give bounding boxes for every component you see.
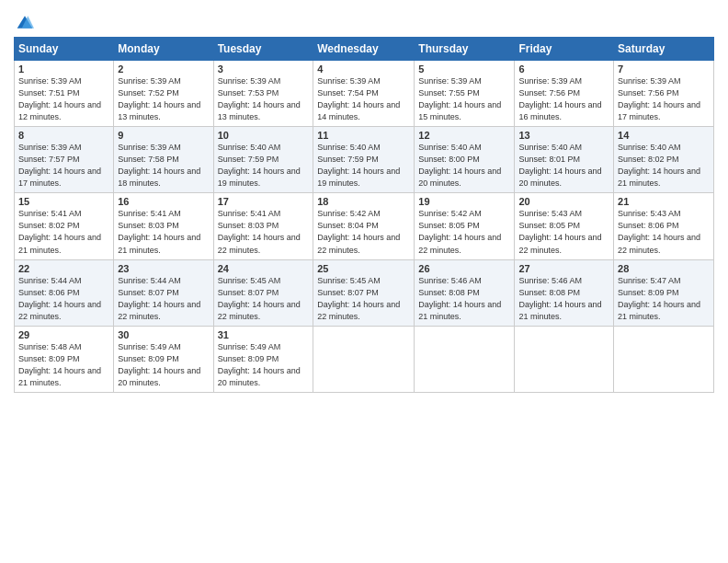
calendar-week-5: 29Sunrise: 5:48 AMSunset: 8:09 PMDayligh… <box>15 326 714 392</box>
day-info: Sunrise: 5:39 AMSunset: 7:58 PMDaylight:… <box>118 142 209 190</box>
header <box>14 9 714 31</box>
day-number: 9 <box>118 130 209 141</box>
day-number: 28 <box>618 263 710 274</box>
day-number: 31 <box>218 329 310 340</box>
calendar-cell: 23Sunrise: 5:44 AMSunset: 8:07 PMDayligh… <box>114 259 213 326</box>
calendar-cell: 24Sunrise: 5:45 AMSunset: 8:07 PMDayligh… <box>213 259 313 326</box>
day-info: Sunrise: 5:48 AMSunset: 8:09 PMDaylight:… <box>18 341 109 389</box>
calendar-week-2: 8Sunrise: 5:39 AMSunset: 7:57 PMDaylight… <box>15 127 714 193</box>
page: SundayMondayTuesdayWednesdayThursdayFrid… <box>0 0 728 563</box>
calendar-cell <box>313 326 415 392</box>
day-number: 23 <box>118 263 209 274</box>
day-info: Sunrise: 5:39 AMSunset: 7:56 PMDaylight:… <box>518 75 609 123</box>
day-number: 17 <box>218 196 310 207</box>
day-info: Sunrise: 5:39 AMSunset: 7:52 PMDaylight:… <box>118 75 209 123</box>
day-info: Sunrise: 5:46 AMSunset: 8:08 PMDaylight:… <box>418 275 510 323</box>
day-number: 8 <box>18 130 109 141</box>
calendar-cell: 7Sunrise: 5:39 AMSunset: 7:56 PMDaylight… <box>614 61 714 127</box>
calendar-header-thursday: Thursday <box>415 38 515 61</box>
calendar-header-tuesday: Tuesday <box>213 38 313 61</box>
calendar-header-sunday: Sunday <box>15 38 114 61</box>
day-info: Sunrise: 5:41 AMSunset: 8:03 PMDaylight:… <box>218 208 310 256</box>
day-info: Sunrise: 5:45 AMSunset: 8:07 PMDaylight:… <box>218 275 310 323</box>
calendar-cell: 10Sunrise: 5:40 AMSunset: 7:59 PMDayligh… <box>213 127 313 193</box>
day-number: 18 <box>317 196 410 207</box>
calendar-cell: 17Sunrise: 5:41 AMSunset: 8:03 PMDayligh… <box>213 193 313 259</box>
day-number: 29 <box>18 329 109 340</box>
day-info: Sunrise: 5:49 AMSunset: 8:09 PMDaylight:… <box>218 341 310 389</box>
day-info: Sunrise: 5:40 AMSunset: 7:59 PMDaylight:… <box>317 142 410 190</box>
calendar-cell: 30Sunrise: 5:49 AMSunset: 8:09 PMDayligh… <box>114 326 213 392</box>
calendar-cell: 20Sunrise: 5:43 AMSunset: 8:05 PMDayligh… <box>515 193 614 259</box>
day-number: 4 <box>317 63 410 75</box>
calendar-cell: 15Sunrise: 5:41 AMSunset: 8:02 PMDayligh… <box>15 193 114 259</box>
calendar-cell: 22Sunrise: 5:44 AMSunset: 8:06 PMDayligh… <box>15 259 114 326</box>
calendar-cell: 3Sunrise: 5:39 AMSunset: 7:53 PMDaylight… <box>213 61 313 127</box>
day-number: 27 <box>518 263 609 274</box>
calendar-cell: 12Sunrise: 5:40 AMSunset: 8:00 PMDayligh… <box>415 127 515 193</box>
calendar-body: 1Sunrise: 5:39 AMSunset: 7:51 PMDaylight… <box>15 61 714 393</box>
day-number: 12 <box>418 130 510 141</box>
day-number: 6 <box>518 63 609 75</box>
calendar-cell <box>614 326 714 392</box>
calendar-week-3: 15Sunrise: 5:41 AMSunset: 8:02 PMDayligh… <box>15 193 714 259</box>
calendar-header-row: SundayMondayTuesdayWednesdayThursdayFrid… <box>15 38 714 61</box>
day-number: 20 <box>518 196 609 207</box>
day-info: Sunrise: 5:47 AMSunset: 8:09 PMDaylight:… <box>618 275 710 323</box>
day-number: 11 <box>317 130 410 141</box>
day-number: 26 <box>418 263 510 274</box>
day-info: Sunrise: 5:43 AMSunset: 8:06 PMDaylight:… <box>618 208 710 256</box>
calendar-week-1: 1Sunrise: 5:39 AMSunset: 7:51 PMDaylight… <box>15 61 714 127</box>
day-info: Sunrise: 5:41 AMSunset: 8:02 PMDaylight:… <box>18 208 109 256</box>
day-number: 24 <box>218 263 310 274</box>
calendar-cell: 16Sunrise: 5:41 AMSunset: 8:03 PMDayligh… <box>114 193 213 259</box>
calendar-cell: 8Sunrise: 5:39 AMSunset: 7:57 PMDaylight… <box>15 127 114 193</box>
calendar-week-4: 22Sunrise: 5:44 AMSunset: 8:06 PMDayligh… <box>15 259 714 326</box>
day-info: Sunrise: 5:43 AMSunset: 8:05 PMDaylight:… <box>518 208 609 256</box>
calendar-cell <box>515 326 614 392</box>
day-info: Sunrise: 5:40 AMSunset: 8:02 PMDaylight:… <box>618 142 710 190</box>
day-number: 5 <box>418 63 510 75</box>
day-info: Sunrise: 5:44 AMSunset: 8:06 PMDaylight:… <box>18 275 109 323</box>
day-number: 10 <box>218 130 310 141</box>
day-number: 19 <box>418 196 510 207</box>
calendar-cell: 28Sunrise: 5:47 AMSunset: 8:09 PMDayligh… <box>614 259 714 326</box>
day-number: 14 <box>618 130 710 141</box>
day-info: Sunrise: 5:39 AMSunset: 7:51 PMDaylight:… <box>18 75 109 123</box>
calendar-cell: 9Sunrise: 5:39 AMSunset: 7:58 PMDaylight… <box>114 127 213 193</box>
calendar-header-wednesday: Wednesday <box>313 38 415 61</box>
calendar-cell: 5Sunrise: 5:39 AMSunset: 7:55 PMDaylight… <box>415 61 515 127</box>
day-info: Sunrise: 5:39 AMSunset: 7:57 PMDaylight:… <box>18 142 109 190</box>
day-info: Sunrise: 5:40 AMSunset: 8:00 PMDaylight:… <box>418 142 510 190</box>
calendar-cell: 25Sunrise: 5:45 AMSunset: 8:07 PMDayligh… <box>313 259 415 326</box>
calendar-cell: 4Sunrise: 5:39 AMSunset: 7:54 PMDaylight… <box>313 61 415 127</box>
logo <box>14 9 34 31</box>
calendar-cell: 18Sunrise: 5:42 AMSunset: 8:04 PMDayligh… <box>313 193 415 259</box>
day-number: 21 <box>618 196 710 207</box>
calendar-cell: 6Sunrise: 5:39 AMSunset: 7:56 PMDaylight… <box>515 61 614 127</box>
calendar-cell: 27Sunrise: 5:46 AMSunset: 8:08 PMDayligh… <box>515 259 614 326</box>
calendar-cell: 19Sunrise: 5:42 AMSunset: 8:05 PMDayligh… <box>415 193 515 259</box>
calendar-header-friday: Friday <box>515 38 614 61</box>
calendar-cell: 31Sunrise: 5:49 AMSunset: 8:09 PMDayligh… <box>213 326 313 392</box>
calendar-cell: 11Sunrise: 5:40 AMSunset: 7:59 PMDayligh… <box>313 127 415 193</box>
day-info: Sunrise: 5:39 AMSunset: 7:53 PMDaylight:… <box>218 75 310 123</box>
day-number: 1 <box>18 63 109 75</box>
day-number: 25 <box>317 263 410 274</box>
day-number: 3 <box>218 63 310 75</box>
calendar-table: SundayMondayTuesdayWednesdayThursdayFrid… <box>14 37 714 393</box>
day-info: Sunrise: 5:42 AMSunset: 8:05 PMDaylight:… <box>418 208 510 256</box>
calendar-header-saturday: Saturday <box>614 38 714 61</box>
day-info: Sunrise: 5:39 AMSunset: 7:54 PMDaylight:… <box>317 75 410 123</box>
logo-icon <box>16 13 34 31</box>
calendar-cell: 1Sunrise: 5:39 AMSunset: 7:51 PMDaylight… <box>15 61 114 127</box>
calendar-cell: 14Sunrise: 5:40 AMSunset: 8:02 PMDayligh… <box>614 127 714 193</box>
calendar-cell: 21Sunrise: 5:43 AMSunset: 8:06 PMDayligh… <box>614 193 714 259</box>
day-info: Sunrise: 5:42 AMSunset: 8:04 PMDaylight:… <box>317 208 410 256</box>
day-info: Sunrise: 5:41 AMSunset: 8:03 PMDaylight:… <box>118 208 209 256</box>
calendar-cell: 29Sunrise: 5:48 AMSunset: 8:09 PMDayligh… <box>15 326 114 392</box>
day-number: 16 <box>118 196 209 207</box>
day-info: Sunrise: 5:44 AMSunset: 8:07 PMDaylight:… <box>118 275 209 323</box>
day-info: Sunrise: 5:39 AMSunset: 7:56 PMDaylight:… <box>618 75 710 123</box>
day-number: 22 <box>18 263 109 274</box>
